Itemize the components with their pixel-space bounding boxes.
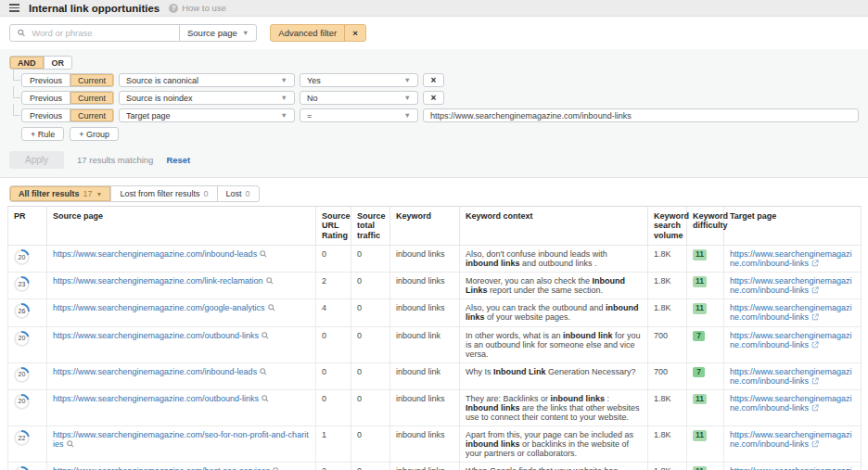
current-button[interactable]: Current [70,74,113,86]
external-link-icon [811,260,819,267]
column-header[interactable]: Keyword search volume [648,207,687,246]
keyword-cell: inbound links [390,273,460,299]
current-button[interactable]: Current [70,92,113,104]
logic-or-button[interactable]: OR [44,57,72,69]
magnifier-icon[interactable] [262,332,269,339]
current-button[interactable]: Current [70,109,113,121]
hamburger-menu-icon[interactable] [9,4,19,12]
rule-field-select[interactable]: Target page▼ [119,108,295,122]
target-page-cell: https://www.searchenginemagazine.com/inb… [724,299,862,326]
target-page-link[interactable]: https://www.searchenginemagazine.com/inb… [730,367,852,386]
column-header[interactable]: Source URL Rating [316,207,351,246]
keyword-difficulty-cell: 11 [687,463,724,470]
apply-button[interactable]: Apply [9,151,64,169]
source-url-rating-cell: 4 [316,299,351,326]
top-bar: Internal link opportunities ? How to use [0,0,868,17]
how-to-use-label: How to use [182,3,226,13]
source-url-rating-cell: 2 [316,273,351,299]
source-page-link[interactable]: https://www.searchenginemagazine.com/goo… [53,303,265,312]
rule-value-input[interactable] [423,108,859,122]
column-header[interactable]: Source page [47,207,316,246]
column-header[interactable]: Keyword [390,207,460,246]
rule-field-select[interactable]: Source is canonical▼ [119,73,295,87]
tab-lost[interactable]: Lost0 [217,186,259,201]
table-row: 20https://www.searchenginemagazine.com/i… [8,362,862,389]
keyword-difficulty-badge: 11 [693,394,707,405]
table-row: 26https://www.searchenginemagazine.com/g… [8,299,862,326]
column-header[interactable]: Keyword difficulty [687,207,724,246]
column-header[interactable]: Target page [724,207,862,246]
source-page-link[interactable]: https://www.searchenginemagazine.com/out… [53,394,259,403]
magnifier-icon[interactable] [268,304,275,311]
keyword-cell: inbound link [390,362,460,389]
source-url-rating-cell: 0 [316,326,351,362]
logic-and-button[interactable]: AND [10,57,44,69]
rule-remove-button[interactable]: × [423,91,444,105]
column-header[interactable]: Source total traffic [351,207,390,246]
table-body: 20https://www.searchenginemagazine.com/i… [8,246,862,470]
source-page-link[interactable]: https://www.searchenginemagazine.com/out… [53,331,259,340]
magnifier-icon[interactable] [260,368,267,375]
pr-cell: 23 [8,273,47,299]
target-page-link[interactable]: https://www.searchenginemagazine.com/inb… [730,430,852,449]
previous-button[interactable]: Previous [22,74,70,86]
pr-value: 20 [14,249,30,265]
keyword-search-volume-cell: 1.8K [648,389,687,426]
tab-label: Lost from filter results [120,189,199,198]
source-page-link[interactable]: https://www.searchenginemagazine.com/inb… [53,249,257,259]
target-page-link[interactable]: https://www.searchenginemagazine.com/inb… [730,303,852,322]
keyword-cell: inbound links [390,246,460,273]
magnifier-icon[interactable] [260,250,267,258]
keyword-difficulty-cell: 7 [687,326,724,362]
tab-all-filter-results[interactable]: All filter results17▼ [10,186,110,201]
column-header[interactable]: Keyword context [460,207,648,246]
rule-remove-button[interactable]: × [423,73,444,87]
how-to-use-link[interactable]: ? How to use [169,3,226,13]
add-rule-button[interactable]: + Rule [21,127,64,141]
source-page-cell: https://www.searchenginemagazine.com/inb… [47,362,316,389]
question-circle-icon: ? [169,4,178,13]
rule-operator-select[interactable]: Yes▼ [300,73,418,87]
source-page-link[interactable]: https://www.searchenginemagazine.com/bes… [53,466,270,470]
target-page-cell: https://www.searchenginemagazine.com/inb… [724,389,862,426]
target-page-link[interactable]: https://www.searchenginemagazine.com/inb… [730,331,852,349]
source-page-link[interactable]: https://www.searchenginemagazine.com/inb… [53,367,257,376]
target-page-link[interactable]: https://www.searchenginemagazine.com/inb… [730,466,852,470]
search-scope-dropdown[interactable]: Source page ▼ [179,25,256,41]
source-total-traffic-cell: 0 [351,389,390,426]
context-keyword-bold: inbound links [551,394,606,403]
magnifier-icon[interactable] [262,395,269,402]
target-page-link[interactable]: https://www.searchenginemagazine.com/inb… [730,249,852,268]
advanced-filter-close-button[interactable]: × [344,25,365,41]
target-page-link[interactable]: https://www.searchenginemagazine.com/inb… [730,394,852,413]
keyword-search-volume-cell: 1.8K [648,426,687,463]
keyword-difficulty-cell: 11 [687,273,724,299]
external-link-icon [811,341,819,349]
rule-operator-select[interactable]: No▼ [300,91,418,105]
magnifier-icon[interactable] [67,440,74,448]
results-table: PRSource pageSource URL RatingSource tot… [7,206,862,470]
keyword-search-volume-cell: 1.8K [648,246,687,273]
tab-lost-from-filter-results[interactable]: Lost from filter results0 [110,186,216,201]
keyword-difficulty-badge: 7 [693,367,705,378]
previous-current-toggle: PreviousCurrent [21,91,114,105]
keyword-difficulty-badge: 11 [693,276,707,287]
previous-button[interactable]: Previous [22,109,70,121]
add-group-button[interactable]: + Group [70,127,119,141]
previous-button[interactable]: Previous [22,92,70,104]
magnifier-icon[interactable] [266,277,274,285]
rule-operator-select[interactable]: =▼ [300,108,418,122]
source-page-link[interactable]: https://www.searchenginemagazine.com/seo… [53,430,309,449]
advanced-filter-button[interactable]: Advanced filter [271,25,344,41]
source-page-link[interactable]: https://www.searchenginemagazine.com/lin… [53,276,263,286]
pr-cell: 20 [8,389,47,426]
search-input[interactable] [30,27,172,39]
target-page-link[interactable]: https://www.searchenginemagazine.com/inb… [730,276,852,295]
source-url-rating-cell: 0 [316,362,351,389]
chevron-down-icon: ▼ [281,76,287,84]
column-header[interactable]: PR [8,207,47,246]
target-page-cell: https://www.searchenginemagazine.com/inb… [724,463,862,470]
reset-link[interactable]: Reset [166,155,190,165]
pr-value: 23 [14,276,30,292]
rule-field-select[interactable]: Source is noindex▼ [119,91,295,105]
